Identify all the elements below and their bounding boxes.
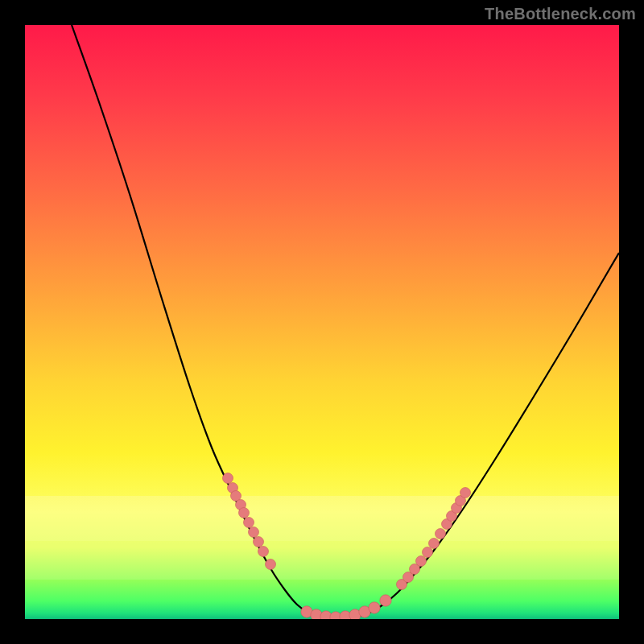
watermark-text: TheBottleneck.com	[485, 5, 636, 23]
chart-frame: TheBottleneck.com	[0, 0, 644, 644]
plot-area	[25, 25, 619, 619]
